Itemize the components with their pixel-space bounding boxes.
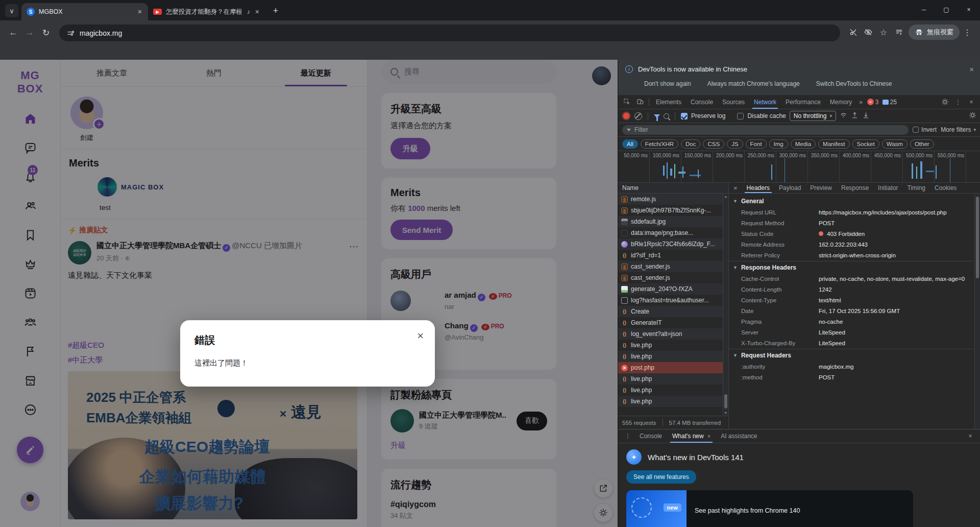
site-settings-icon[interactable] — [66, 29, 75, 37]
filter-input[interactable]: Filter — [622, 125, 909, 135]
devtools-settings-icon[interactable] — [938, 97, 951, 108]
network-request-row[interactable]: Create — [618, 306, 723, 317]
media-controls-icon[interactable] — [891, 25, 906, 40]
type-chip[interactable]: Doc — [681, 139, 700, 149]
type-chip[interactable]: Fetch/XHR — [641, 139, 678, 149]
drawer-tab-close-icon[interactable]: × — [707, 433, 710, 439]
password-off-icon[interactable] — [845, 25, 861, 40]
drawer-tab[interactable]: Console — [634, 429, 667, 443]
infobar-close-icon[interactable]: × — [969, 65, 974, 74]
details-tab[interactable]: Cookies — [930, 183, 961, 193]
infobar-button[interactable]: Switch DevTools to Chinese — [810, 78, 898, 90]
search-network-icon[interactable] — [664, 113, 669, 119]
network-request-row[interactable]: cast_sender.js — [618, 261, 723, 272]
details-tab[interactable]: Headers — [742, 183, 774, 193]
details-scrollbar[interactable] — [974, 194, 980, 429]
details-tab[interactable]: Payload — [774, 183, 805, 193]
drawer-menu-icon[interactable]: ⋮ — [621, 430, 634, 442]
type-chip[interactable]: JS — [727, 139, 743, 149]
network-request-row[interactable]: remote.js — [618, 194, 723, 205]
device-toolbar-icon[interactable] — [633, 97, 647, 108]
tab-youtube[interactable]: ▶ 怎麼投資才能翻身？在摩根 ♪ × — [148, 3, 265, 20]
network-request-row[interactable]: live.php — [618, 396, 723, 407]
devtools-tab[interactable]: Memory — [825, 95, 856, 109]
network-conditions-icon[interactable] — [840, 111, 847, 121]
network-request-row[interactable]: cast_sender.js — [618, 272, 723, 283]
modal-close-icon[interactable]: × — [417, 329, 424, 343]
tab-search-button[interactable]: ∨ — [5, 4, 18, 17]
type-chip[interactable]: Wasm — [882, 139, 908, 149]
general-section-header[interactable]: ▼General — [729, 195, 974, 207]
preserve-log-checkbox[interactable] — [681, 113, 688, 119]
network-request-row[interactable]: log_event?alt=json — [618, 328, 723, 340]
network-request-row[interactable]: bRle1Rpslc73C4fs6s6lZdp_F... — [618, 238, 723, 250]
request-list-scrollbar[interactable]: ▲▼ — [723, 194, 728, 416]
devtools-tab[interactable]: Network — [749, 95, 781, 109]
devtools-menu-icon[interactable]: ⋮ — [951, 97, 965, 108]
forward-button[interactable]: → — [21, 25, 38, 41]
tab-mgbox[interactable]: S MGBOX × — [21, 3, 148, 20]
browser-menu-icon[interactable]: ⋮ — [960, 25, 975, 40]
reload-button[interactable]: ↻ — [38, 25, 54, 41]
incognito-badge[interactable]: 無痕視窗 — [909, 25, 960, 40]
details-tab[interactable]: Preview — [805, 183, 837, 193]
network-request-row[interactable]: log?hasfast=true&authuser... — [618, 295, 723, 306]
error-count-badge[interactable]: ×3 — [867, 99, 879, 106]
type-chip[interactable]: Media — [791, 139, 816, 149]
request-headers-section-header[interactable]: ▼Request Headers — [729, 349, 974, 362]
type-chip[interactable]: Manifest — [818, 139, 849, 149]
drawer-close-icon[interactable]: × — [964, 430, 977, 442]
modal-overlay[interactable] — [0, 60, 618, 527]
type-chip[interactable]: Other — [910, 139, 934, 149]
throttling-select[interactable]: No throttling▾ — [790, 111, 836, 121]
minimize-button[interactable]: ─ — [913, 0, 935, 19]
eye-off-icon[interactable] — [861, 25, 876, 40]
address-bar[interactable]: magicbox.mg — [59, 25, 840, 41]
infobar-button[interactable]: Don't show again — [638, 78, 697, 90]
response-headers-section-header[interactable]: ▼Response Headers — [729, 261, 974, 274]
tab-close-icon[interactable]: × — [254, 8, 260, 16]
more-tabs-icon[interactable]: » — [856, 99, 865, 106]
invert-checkbox[interactable]: Invert — [913, 126, 937, 133]
disable-cache-checkbox[interactable] — [737, 113, 744, 119]
network-request-row[interactable]: sddefault.jpg — [618, 216, 723, 227]
type-chip[interactable]: CSS — [703, 139, 724, 149]
drawer-tab[interactable]: What's new× — [667, 429, 716, 443]
audio-playing-icon[interactable]: ♪ — [247, 8, 250, 15]
export-har-icon[interactable] — [862, 111, 870, 121]
tab-close-icon[interactable]: × — [137, 8, 143, 16]
network-request-row[interactable]: data:image/png;base... — [618, 227, 723, 238]
devtools-close-icon[interactable]: × — [965, 97, 978, 108]
filter-icon[interactable] — [654, 114, 660, 118]
network-request-row[interactable]: post.php — [618, 362, 723, 373]
devtools-tab[interactable]: Performance — [781, 95, 825, 109]
maximize-button[interactable]: ▢ — [935, 0, 958, 19]
see-all-features-button[interactable]: See all new features — [626, 470, 696, 484]
network-request-row[interactable]: GenerateIT — [618, 317, 723, 328]
close-details-icon[interactable]: × — [729, 184, 742, 192]
bookmark-star-icon[interactable]: ☆ — [876, 25, 891, 40]
new-tab-button[interactable]: + — [268, 4, 283, 18]
more-filters-button[interactable]: More filters▾ — [941, 126, 976, 133]
network-overview-timeline[interactable]: 50,000 ms100,000 ms150,000 ms200,000 ms2… — [618, 151, 980, 183]
import-har-icon[interactable] — [851, 111, 859, 121]
type-chip[interactable]: Socket — [852, 139, 879, 149]
inspect-element-icon[interactable] — [620, 97, 633, 108]
network-request-row[interactable]: live.php — [618, 351, 723, 362]
devtools-tab[interactable]: Elements — [651, 95, 686, 109]
network-request-row[interactable]: live.php — [618, 373, 723, 385]
issues-count-badge[interactable]: 25 — [883, 99, 897, 106]
infobar-button[interactable]: Always match Chrome's language — [701, 78, 806, 90]
type-chip[interactable]: Font — [746, 139, 767, 149]
details-tab[interactable]: Timing — [902, 183, 930, 193]
back-button[interactable]: ← — [5, 25, 21, 41]
network-request-row[interactable]: live.php — [618, 385, 723, 396]
network-request-row[interactable]: live.php — [618, 340, 723, 351]
record-icon[interactable] — [623, 113, 629, 119]
type-chip[interactable]: All — [622, 139, 638, 149]
network-settings-icon[interactable] — [969, 111, 976, 121]
network-request-row[interactable]: sbjue0lijDh97B7fbZfSnnKg-... — [618, 205, 723, 216]
name-column-header[interactable]: Name — [618, 183, 728, 194]
devtools-tab[interactable]: Console — [686, 95, 718, 109]
drawer-tab[interactable]: AI assistance — [716, 429, 762, 443]
